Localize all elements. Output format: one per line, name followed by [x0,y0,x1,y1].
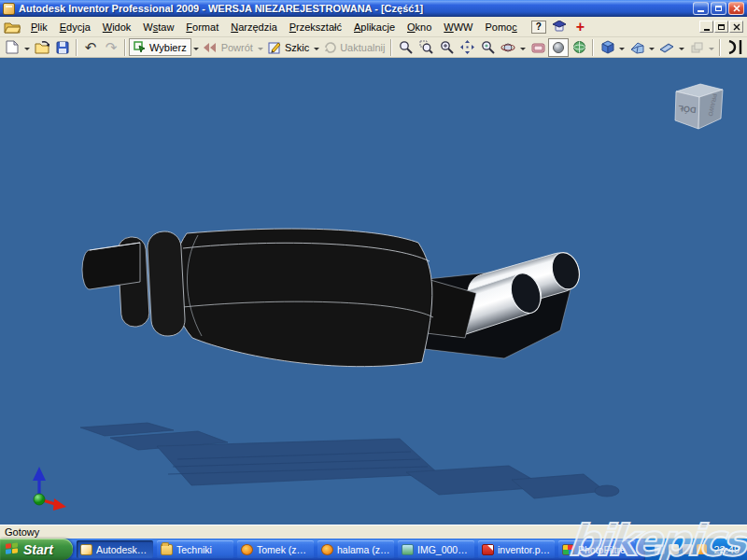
document-restore-button[interactable] [714,21,728,33]
title-bar: Autodesk Inventor Professional 2009 - WE… [0,0,747,17]
menu-www[interactable]: WWW [438,20,478,35]
taskbar-button-label: Tomek (zar... [257,544,310,555]
taskbar: Start Autodesk I... Techniki Tomek (zar.… [0,539,747,560]
return-arrows-icon [204,43,218,52]
globe-icon [572,40,586,54]
zoom-inout-button[interactable] [436,38,457,57]
taskbar-button-photofiltre[interactable]: PhotoFiltre [558,540,635,558]
taskbar-button-halama[interactable]: halama (zar... [317,540,394,558]
image-file-icon [402,544,414,555]
analysis-icon [726,40,745,54]
menu-okno[interactable]: Okno [402,20,437,35]
save-icon [56,41,69,54]
slice-graphics-dropdown[interactable] [677,38,686,57]
select-tool-dropdown[interactable] [191,38,201,57]
display-mode-button[interactable] [597,38,617,57]
taskbar-button-inventor[interactable]: Autodesk I... [77,540,153,558]
tray-icon-4[interactable] [697,544,707,554]
slice-icon [659,42,674,53]
zoom-all-button[interactable] [395,38,416,57]
document-close-button[interactable] [729,21,743,33]
menu-plik[interactable]: Plik [25,20,53,35]
orbit-dropdown[interactable] [518,38,528,57]
menu-bar: Plik Edycja Widok Wstaw Format Narzędzia… [0,17,747,37]
scene-canvas: DÓŁ PRAWO [0,58,747,525]
start-button[interactable]: Start [0,539,73,560]
menu-widok[interactable]: Widok [97,20,137,35]
select-tool-button[interactable]: Wybierz [129,38,191,56]
redo-button[interactable]: ↷ [101,38,121,57]
viewport-3d[interactable]: DÓŁ PRAWO [0,58,747,525]
new-document-button[interactable] [2,38,22,57]
tray-icon-2[interactable] [669,544,679,554]
minimize-button[interactable] [693,2,709,15]
update-button: Uaktualnij [321,38,388,56]
inventor-document-icon [80,544,92,555]
taskbar-button-label: Techniki [176,544,212,555]
new-document-icon [6,40,19,54]
component-opacity-button [686,38,707,57]
update-label: Uaktualnij [340,42,385,53]
open-button[interactable] [32,38,52,57]
pan-button[interactable] [457,38,477,57]
ground-shadow-button[interactable] [569,38,589,57]
tray-icon-3[interactable] [683,544,693,554]
shaded-display-button[interactable] [548,38,569,57]
help-button[interactable]: ? [531,21,546,34]
menu-wstaw[interactable]: Wstaw [137,20,179,35]
menu-narzedzia[interactable]: Narzędzia [225,20,283,35]
new-document-dropdown[interactable] [22,38,32,57]
application-window: Autodesk Inventor Professional 2009 - WE… [0,0,747,560]
zoom-window-button[interactable] [416,38,436,57]
look-at-button[interactable] [528,38,548,57]
menu-edycja[interactable]: Edycja [54,20,96,35]
menu-pomoc[interactable]: Pomoc [480,20,523,35]
restore-button[interactable] [711,2,726,15]
select-tool-label: Wybierz [149,42,187,53]
muffler-model[interactable] [82,229,584,367]
menu-przeksztalc[interactable]: Przekształć [284,20,347,35]
look-at-icon [531,42,545,53]
assistant-icon[interactable] [553,21,566,33]
folder-icon [161,544,173,555]
analysis-button[interactable] [724,38,747,57]
add-button[interactable]: + [576,21,585,33]
taskbar-button-label: Autodesk I... [96,544,149,555]
document-minimize-button[interactable] [699,21,713,33]
undo-icon: ↶ [85,39,97,56]
slice-graphics-button[interactable] [656,38,677,57]
tray-icon-1[interactable] [655,544,665,554]
cube-icon [600,40,614,54]
camera-mode-dropdown[interactable] [647,38,656,57]
inventor-app-icon [3,3,15,15]
close-button[interactable] [728,2,744,15]
menu-format[interactable]: Format [180,20,224,35]
pan-icon [460,40,474,54]
menu-aplikacje[interactable]: Aplikacje [348,20,401,35]
sketch-dropdown[interactable] [312,38,321,57]
taskbar-button-techniki[interactable]: Techniki [157,540,233,558]
ground-shadow [80,423,619,498]
start-label: Start [23,542,53,557]
component-icon [690,41,703,54]
taskbar-clock: 23:49 [713,544,740,555]
taskbar-button-img[interactable]: IMG_0005.j... [398,540,474,558]
save-button[interactable] [52,38,73,57]
taskbar-button-tomek[interactable]: Tomek (zar... [237,540,314,558]
wedge-icon [630,41,644,54]
viewcube[interactable]: DÓŁ PRAWO [675,84,723,129]
undo-button[interactable]: ↶ [80,38,101,57]
taskbar-button-label: IMG_0005.j... [417,544,471,555]
taskbar-button-pdf[interactable]: inventor.pd... [478,540,555,558]
sketch-button[interactable]: Szkic [265,38,312,56]
close-icon [733,5,740,12]
sketch-label: Szkic [285,42,309,53]
main-toolbar: ↶ ↷ Wybierz Powrót Szkic [0,37,747,58]
display-mode-dropdown[interactable] [617,38,627,57]
camera-mode-button[interactable] [627,38,647,57]
zoom-selected-button[interactable] [477,38,498,57]
taskbar-button-label: halama (zar... [337,544,390,555]
orbit-button[interactable] [498,38,518,57]
taskbar-button-label: inventor.pd... [498,544,551,555]
component-opacity-dropdown [707,38,716,57]
